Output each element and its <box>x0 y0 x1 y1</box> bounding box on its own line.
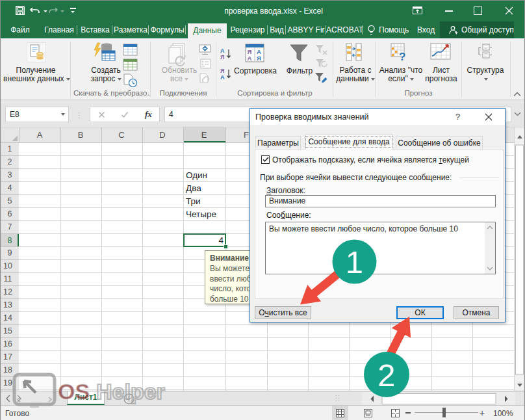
svg-text:Четыре: Четыре <box>186 209 216 219</box>
svg-text:13: 13 <box>3 300 12 309</box>
svg-text:4: 4 <box>218 235 224 245</box>
svg-text:B: B <box>78 130 84 140</box>
svg-text:F: F <box>244 130 249 140</box>
svg-text:6: 6 <box>8 209 12 218</box>
svg-text:7: 7 <box>8 222 12 231</box>
svg-text:16: 16 <box>3 339 12 348</box>
svg-text:8: 8 <box>8 236 12 245</box>
svg-text:Один: Один <box>186 170 207 180</box>
svg-text:Два: Два <box>186 183 201 193</box>
svg-text:3: 3 <box>8 170 12 179</box>
svg-text:E: E <box>201 130 207 140</box>
svg-text:2: 2 <box>8 157 12 166</box>
svg-text:9: 9 <box>8 248 12 257</box>
svg-text:19: 19 <box>3 378 12 387</box>
svg-text:?: ? <box>399 51 405 61</box>
svg-text:18: 18 <box>3 365 12 374</box>
svg-text:15: 15 <box>3 326 12 335</box>
svg-text:D: D <box>159 130 165 140</box>
svg-text:А: А <box>220 74 225 80</box>
svg-text:Я: Я <box>220 54 224 60</box>
svg-text:1: 1 <box>8 144 12 153</box>
svg-text:12: 12 <box>3 287 12 296</box>
svg-text:11: 11 <box>4 274 12 283</box>
svg-text:17: 17 <box>3 352 12 361</box>
svg-text:C: C <box>118 130 124 140</box>
svg-text:10: 10 <box>3 261 12 270</box>
svg-text:А: А <box>248 55 252 62</box>
svg-text:A: A <box>37 130 43 140</box>
svg-text:Я: Я <box>220 68 224 74</box>
svg-text:А: А <box>220 47 225 54</box>
svg-text:4: 4 <box>8 183 12 192</box>
svg-text:14: 14 <box>3 313 12 322</box>
svg-text:Я: Я <box>257 55 261 62</box>
svg-text:Три: Три <box>186 196 201 206</box>
svg-text:5: 5 <box>8 196 12 205</box>
